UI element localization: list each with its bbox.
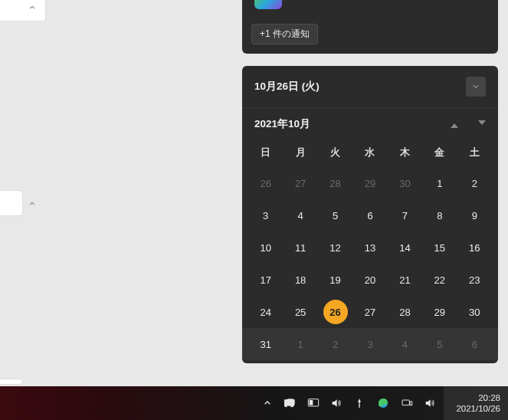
- dow-cell: 日: [248, 136, 283, 167]
- day-number: 27: [365, 307, 375, 318]
- day-number: 2: [333, 339, 338, 350]
- calendar-day[interactable]: 20: [352, 264, 387, 296]
- calendar-day[interactable]: 11: [283, 231, 317, 264]
- calendar-day[interactable]: 1: [422, 167, 457, 199]
- week-row: 31123456: [242, 328, 498, 360]
- day-number: 17: [260, 274, 270, 286]
- week-row: 17181920212223: [242, 264, 498, 296]
- day-number: 30: [399, 178, 410, 189]
- header-date: 10月26日 (火): [254, 80, 320, 94]
- calendar-day[interactable]: 9: [457, 199, 492, 231]
- day-number: 24: [260, 307, 270, 318]
- more-notifications-button[interactable]: +1 件の通知: [251, 24, 318, 44]
- week-row: 24252627282930: [242, 296, 498, 328]
- day-number: 28: [329, 178, 340, 189]
- week-row: 3456789: [242, 199, 498, 231]
- network-icon[interactable]: [401, 397, 413, 409]
- calendar-flyout: 10月26日 (火) 2021年10月 日月火水木金土 262728293012…: [242, 66, 498, 363]
- day-number: 5: [333, 210, 338, 221]
- input-indicator-icon[interactable]: [353, 397, 365, 409]
- prev-month-button[interactable]: [451, 120, 458, 128]
- calendar-day[interactable]: 29: [422, 296, 457, 328]
- calendar-day[interactable]: 4: [283, 199, 317, 231]
- calendar-day[interactable]: 5: [422, 328, 457, 360]
- svg-rect-1: [310, 400, 313, 405]
- calendar-day[interactable]: 17: [248, 264, 283, 296]
- calendar-day[interactable]: 8: [422, 199, 457, 231]
- calendar-day[interactable]: 21: [388, 264, 422, 296]
- calendar-day[interactable]: 3: [248, 199, 283, 231]
- dow-cell: 火: [318, 136, 352, 167]
- calendar-day[interactable]: 13: [352, 231, 387, 264]
- calendar-day[interactable]: 6: [457, 328, 492, 360]
- edge-icon[interactable]: [376, 396, 390, 410]
- day-number: 6: [367, 210, 372, 221]
- next-month-button[interactable]: [478, 120, 486, 128]
- calendar-day[interactable]: 10: [248, 231, 283, 264]
- calendar-day[interactable]: 25: [283, 296, 317, 328]
- calendar-day[interactable]: 23: [457, 264, 492, 296]
- calendar-day[interactable]: 2: [457, 167, 492, 199]
- clock-time: 20:28: [478, 392, 500, 403]
- calendar-day[interactable]: 5: [318, 199, 352, 231]
- ime-icon[interactable]: [307, 397, 320, 409]
- day-number: 19: [329, 274, 340, 286]
- calendar-day[interactable]: 3: [352, 328, 387, 360]
- dow-cell: 月: [283, 136, 317, 167]
- calendar-day[interactable]: 26: [248, 167, 283, 199]
- day-number: 10: [260, 242, 270, 254]
- taskbar-clock[interactable]: 20:28 2021/10/26: [444, 386, 508, 420]
- calendar-day[interactable]: 6: [352, 199, 387, 231]
- volume-icon-2[interactable]: [424, 397, 436, 409]
- day-number: 23: [469, 274, 480, 286]
- calendar-day[interactable]: 24: [248, 296, 283, 328]
- calendar-day[interactable]: 27: [283, 167, 317, 199]
- calendar-day[interactable]: 7: [388, 199, 422, 231]
- day-number: 25: [295, 307, 306, 318]
- day-number: 11: [295, 242, 306, 254]
- day-number: 26: [329, 307, 340, 318]
- calendar-day[interactable]: 1: [283, 328, 317, 360]
- day-number: 12: [329, 242, 340, 254]
- discord-icon[interactable]: [284, 397, 297, 409]
- calendar-day[interactable]: 22: [422, 264, 457, 296]
- day-number: 4: [402, 339, 408, 350]
- chevron-up-icon[interactable]: [23, 195, 41, 213]
- day-number: 29: [434, 307, 445, 318]
- day-number: 14: [399, 242, 410, 254]
- calendar-day[interactable]: 18: [283, 264, 317, 296]
- system-tray: [254, 396, 444, 410]
- collapse-button[interactable]: [466, 77, 486, 97]
- taskbar: 20:28 2021/10/26: [0, 386, 508, 420]
- chevron-up-icon[interactable]: [23, 0, 41, 17]
- calendar-day-today[interactable]: 26: [318, 296, 352, 328]
- calendar-day[interactable]: 19: [318, 264, 352, 296]
- calendar-day[interactable]: 12: [318, 231, 352, 264]
- day-number: 7: [402, 210, 408, 221]
- calendar-day[interactable]: 30: [457, 296, 492, 328]
- calendar-day[interactable]: 14: [388, 231, 422, 264]
- calendar-day[interactable]: 27: [352, 296, 387, 328]
- calendar-day[interactable]: 28: [388, 296, 422, 328]
- tray-overflow-button[interactable]: [261, 397, 274, 409]
- day-number: 28: [399, 307, 410, 318]
- calendar-day[interactable]: 28: [318, 167, 352, 199]
- calendar-day[interactable]: 15: [422, 231, 457, 264]
- calendar-day[interactable]: 31: [248, 328, 283, 360]
- month-label[interactable]: 2021年10月: [254, 117, 310, 131]
- calendar-day[interactable]: 29: [352, 167, 387, 199]
- calendar-day[interactable]: 30: [388, 167, 422, 199]
- calendar-day[interactable]: 4: [388, 328, 422, 360]
- dow-cell: 土: [457, 136, 492, 167]
- day-number: 5: [437, 339, 442, 350]
- calendar-day[interactable]: 16: [457, 231, 492, 264]
- day-number: 27: [295, 178, 306, 189]
- calendar-day[interactable]: 2: [318, 328, 352, 360]
- dow-cell: 金: [422, 136, 457, 167]
- day-number: 20: [365, 274, 375, 286]
- day-number: 13: [365, 242, 375, 254]
- day-number: 9: [472, 210, 477, 221]
- volume-icon[interactable]: [330, 397, 342, 409]
- day-number: 18: [295, 274, 306, 286]
- calendar-header: 10月26日 (火): [242, 66, 498, 108]
